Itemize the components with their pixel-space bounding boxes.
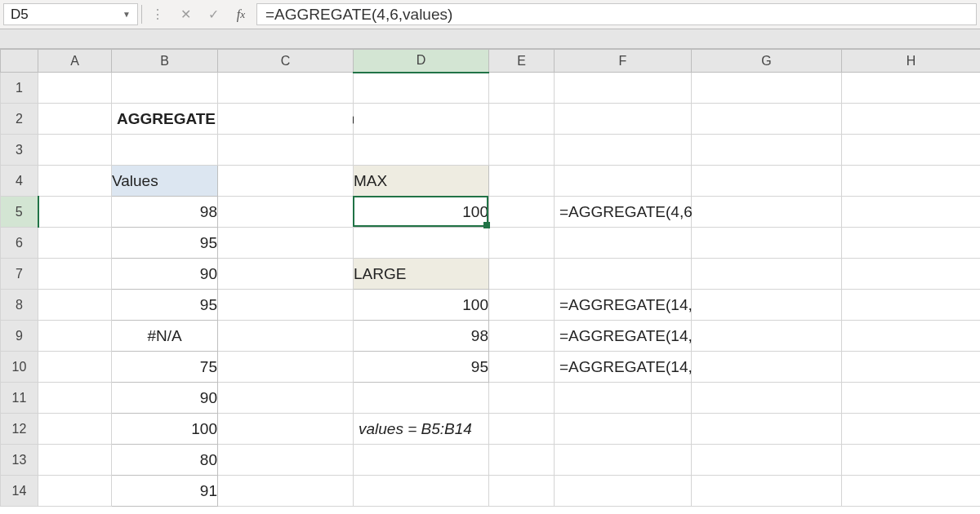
cell-B12[interactable]: 100 [112,414,218,445]
column-header-row: A B C D E F G H [1,50,981,73]
formula-input[interactable]: =AGGREGATE(4,6,values) [256,3,977,25]
row-2: 2 AGGREGATE (function_num, options, arra… [1,104,981,135]
row-13: 13 80 [1,445,981,476]
cell-B14[interactable]: 91 [112,476,218,507]
cell-B2-title[interactable]: AGGREGATE (function_num, options, array,… [112,104,218,135]
cell-F8[interactable]: =AGGREGATE(14,6,values,1) [555,290,692,321]
row-header-13[interactable]: 13 [1,445,38,476]
row-header-2[interactable]: 2 [1,104,38,135]
formula-text: =AGGREGATE(4,6,values) [265,6,452,24]
chevron-down-icon[interactable]: ▼ [122,10,131,19]
row-header-6[interactable]: 6 [1,228,38,259]
cell-D8[interactable]: 100 [354,290,489,321]
cell-B10[interactable]: 75 [112,352,218,383]
select-all-corner[interactable] [1,50,38,73]
row-7: 7 90 LARGE [1,259,981,290]
row-header-14[interactable]: 14 [1,476,38,507]
name-box-value: D5 [11,7,29,23]
col-header-G[interactable]: G [692,50,842,73]
cell-F5[interactable]: =AGGREGATE(4,6,values) [555,197,692,228]
row-header-7[interactable]: 7 [1,259,38,290]
worksheet-grid[interactable]: A B C D E F G H 1 2 AGGREGATE (function_… [0,49,980,507]
col-header-E[interactable]: E [489,50,555,73]
row-8: 8 95 100 =AGGREGATE(14,6,values,1) [1,290,981,321]
row-header-5[interactable]: 5 [1,197,38,228]
row-14: 14 91 [1,476,981,507]
formula-bar: D5 ▼ ⋮ ✕ ✓ fx =AGGREGATE(4,6,values) [0,0,980,29]
range-note-text: values = B5:B14 [359,420,472,438]
row-10: 10 75 95 =AGGREGATE(14,6,values,3) [1,352,981,383]
row-3: 3 [1,135,981,166]
row-header-9[interactable]: 9 [1,321,38,352]
row-4: 4 Values MAX [1,166,981,197]
row-header-3[interactable]: 3 [1,135,38,166]
options-icon[interactable]: ⋮ [144,0,172,29]
row-9: 9 #N/A 98 =AGGREGATE(14,6,values,2) [1,321,981,352]
cell-F10[interactable]: =AGGREGATE(14,6,values,3) [555,352,692,383]
row-12: 12 100 values = B5:B14 [1,414,981,445]
cell-D10[interactable]: 95 [354,352,489,383]
large-header[interactable]: LARGE [354,259,489,290]
enter-icon[interactable]: ✓ [199,0,227,29]
col-header-D[interactable]: D [354,50,489,73]
ribbon-strip [0,29,980,49]
values-header[interactable]: Values [112,166,218,197]
row-header-12[interactable]: 12 [1,414,38,445]
max-header[interactable]: MAX [354,166,489,197]
divider [141,5,142,24]
cancel-icon[interactable]: ✕ [172,0,199,29]
row-header-11[interactable]: 11 [1,383,38,414]
cell-B8[interactable]: 95 [112,290,218,321]
cell-D5-active[interactable]: 100 [354,197,489,228]
col-header-B[interactable]: B [112,50,218,73]
cell-B5[interactable]: 98 [112,197,218,228]
row-header-1[interactable]: 1 [1,73,38,104]
cell-F9[interactable]: =AGGREGATE(14,6,values,2) [555,321,692,352]
col-header-H[interactable]: H [842,50,981,73]
col-header-F[interactable]: F [555,50,692,73]
row-11: 11 90 [1,383,981,414]
row-header-4[interactable]: 4 [1,166,38,197]
row-header-8[interactable]: 8 [1,290,38,321]
row-1: 1 [1,73,981,104]
row-5: 5 98 100 =AGGREGATE(4,6,values) [1,197,981,228]
row-6: 6 95 [1,228,981,259]
cell-B7[interactable]: 90 [112,259,218,290]
name-box[interactable]: D5 ▼ [3,3,138,25]
col-header-C[interactable]: C [218,50,354,73]
cell-D12-note[interactable]: values = B5:B14 [354,414,489,445]
cell-B9[interactable]: #N/A [112,321,218,352]
row-header-10[interactable]: 10 [1,352,38,383]
cell-D9[interactable]: 98 [354,321,489,352]
cell-B13[interactable]: 80 [112,445,218,476]
col-header-A[interactable]: A [38,50,112,73]
cell-B6[interactable]: 95 [112,228,218,259]
fx-icon[interactable]: fx [227,0,255,29]
cell-B11[interactable]: 90 [112,383,218,414]
